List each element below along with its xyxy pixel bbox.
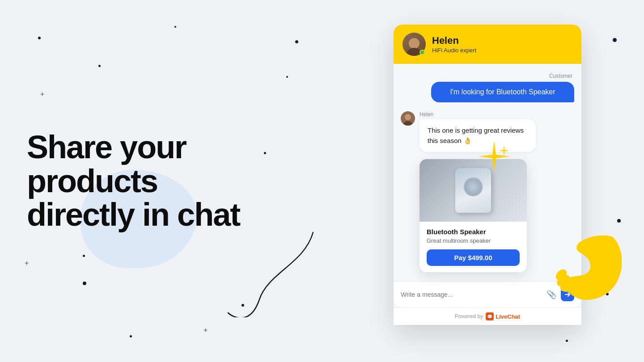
agent-name: Helen [432, 35, 476, 46]
squiggle-decoration [224, 228, 358, 317]
bg-dot [130, 335, 132, 337]
bg-dot [566, 340, 568, 342]
plus-decoration: + [40, 90, 44, 98]
agent-role: HiFi Audio expert [432, 47, 476, 54]
bg-dot [38, 37, 41, 39]
product-name: Bluetooth Speaker [427, 228, 520, 236]
bg-dot [264, 152, 266, 154]
bg-dot [295, 40, 298, 43]
online-status-dot [419, 50, 425, 55]
main-heading: Share your products directly in chat [27, 130, 250, 232]
plus-decoration: + [25, 259, 29, 267]
product-card: Bluetooth Speaker Great multiroom speake… [419, 159, 527, 272]
bg-dot [98, 65, 101, 67]
bg-dot [617, 219, 621, 223]
bg-dot [83, 282, 86, 285]
agent-avatar-wrapper [402, 33, 426, 56]
bg-dot [286, 76, 288, 78]
agent-name-small: Helen [419, 111, 536, 118]
yellow-arm-decoration [532, 228, 622, 308]
plus-decoration: + [203, 326, 208, 334]
speaker-image [455, 168, 491, 213]
chat-header: Helen HiFi Audio expert [394, 25, 581, 64]
bg-dot [613, 38, 617, 42]
powered-by-bar: Powered by 💬 LiveChat [394, 307, 581, 325]
powered-by-text: Powered by [455, 313, 483, 320]
pay-button[interactable]: Pay $499.00 [427, 249, 520, 266]
customer-message: I'm looking for Bluetooth Speaker [431, 82, 574, 102]
message-input[interactable] [401, 291, 542, 298]
agent-info: Helen HiFi Audio expert [432, 35, 476, 53]
customer-label: Customer [401, 73, 574, 79]
livechat-logo: 💬 LiveChat [486, 312, 520, 320]
agent-avatar-small [401, 111, 415, 126]
sparkle-decoration [476, 139, 512, 174]
bg-dot [83, 255, 85, 257]
product-info: Bluetooth Speaker Great multiroom speake… [419, 222, 527, 272]
bg-dot [174, 26, 176, 28]
hero-text-section: Share your products directly in chat [27, 130, 250, 232]
livechat-icon: 💬 [486, 312, 494, 320]
livechat-brand: LiveChat [496, 313, 520, 320]
product-description: Great multiroom speaker [427, 237, 520, 244]
